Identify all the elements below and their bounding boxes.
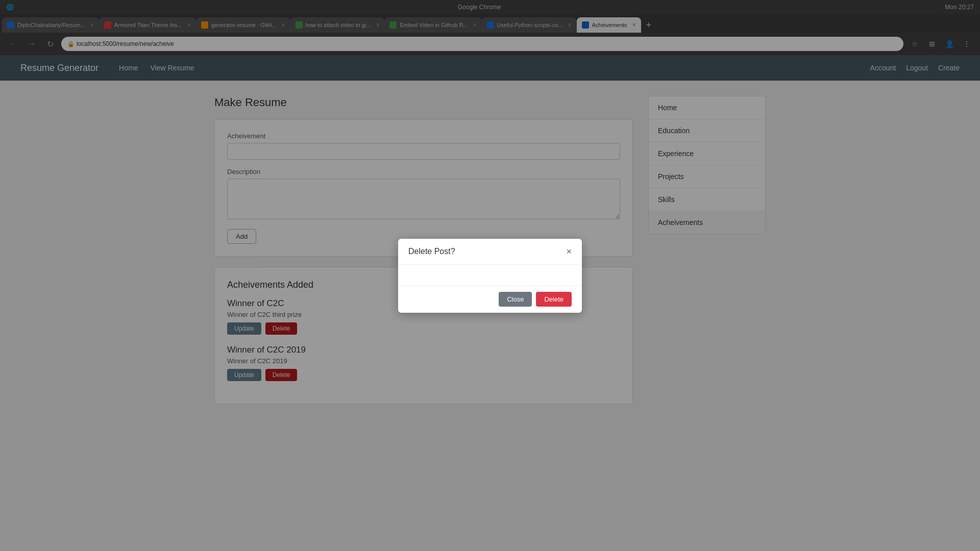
modal-header: Delete Post? ×: [398, 239, 582, 265]
delete-modal: Delete Post? × Close Delete: [398, 239, 582, 313]
browser-window: 🌐 Google Chrome Mon 20:27 DiptoChakrabar…: [0, 0, 980, 551]
modal-title: Delete Post?: [408, 247, 455, 256]
modal-close-button[interactable]: Close: [499, 292, 532, 307]
modal-delete-button[interactable]: Delete: [536, 292, 572, 307]
modal-overlay: Delete Post? × Close Delete: [0, 0, 980, 551]
modal-close-icon[interactable]: ×: [566, 247, 572, 256]
modal-body: [398, 265, 582, 285]
modal-footer: Close Delete: [398, 285, 582, 313]
